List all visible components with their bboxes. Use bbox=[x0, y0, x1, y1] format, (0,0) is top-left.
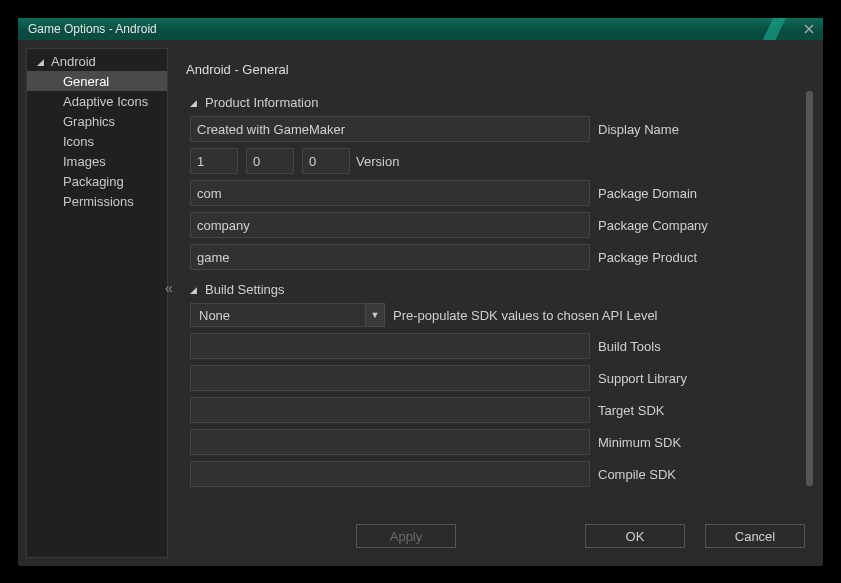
sidebar-item-general[interactable]: General bbox=[27, 71, 167, 91]
compile-sdk-label: Compile SDK bbox=[598, 467, 795, 482]
sidebar: ◢ Android General Adaptive Icons Graphic… bbox=[26, 48, 168, 558]
cancel-button[interactable]: Cancel bbox=[705, 524, 805, 548]
display-name-label: Display Name bbox=[598, 122, 795, 137]
sdk-preset-label: Pre-populate SDK values to chosen API Le… bbox=[393, 308, 795, 323]
row-minimum-sdk: Minimum SDK bbox=[190, 429, 795, 455]
disclosure-triangle-icon: ◢ bbox=[190, 98, 202, 108]
sidebar-collapse-handle[interactable]: « bbox=[165, 280, 173, 296]
section-header-build-settings[interactable]: ◢ Build Settings bbox=[190, 282, 795, 297]
sdk-preset-select[interactable]: None ▼ bbox=[190, 303, 385, 327]
support-library-label: Support Library bbox=[598, 371, 795, 386]
row-package-product: Package Product bbox=[190, 244, 795, 270]
build-tools-input[interactable] bbox=[190, 333, 590, 359]
package-product-input[interactable] bbox=[190, 244, 590, 270]
display-name-input[interactable] bbox=[190, 116, 590, 142]
version-minor-input[interactable] bbox=[246, 148, 294, 174]
titlebar-decor bbox=[745, 18, 805, 40]
row-build-tools: Build Tools bbox=[190, 333, 795, 359]
row-package-company: Package Company bbox=[190, 212, 795, 238]
sidebar-item-label: General bbox=[63, 74, 109, 89]
support-library-input[interactable] bbox=[190, 365, 590, 391]
titlebar[interactable]: Game Options - Android bbox=[18, 18, 823, 40]
close-icon bbox=[804, 24, 814, 34]
version-label: Version bbox=[356, 154, 795, 169]
sidebar-item-label: Images bbox=[63, 154, 106, 169]
sidebar-item-graphics[interactable]: Graphics bbox=[27, 111, 167, 131]
row-display-name: Display Name bbox=[190, 116, 795, 142]
sidebar-item-images[interactable]: Images bbox=[27, 151, 167, 171]
disclosure-triangle-icon: ◢ bbox=[190, 285, 202, 295]
package-product-label: Package Product bbox=[598, 250, 795, 265]
section-title: Product Information bbox=[205, 95, 318, 110]
scrollbar-vertical[interactable] bbox=[806, 91, 813, 486]
minimum-sdk-label: Minimum SDK bbox=[598, 435, 795, 450]
sidebar-root-android[interactable]: ◢ Android bbox=[27, 52, 167, 71]
version-major-input[interactable] bbox=[190, 148, 238, 174]
sdk-preset-value: None bbox=[190, 303, 365, 327]
minimum-sdk-input[interactable] bbox=[190, 429, 590, 455]
package-company-input[interactable] bbox=[190, 212, 590, 238]
footer-spacer bbox=[476, 524, 565, 548]
sidebar-item-packaging[interactable]: Packaging bbox=[27, 171, 167, 191]
close-button[interactable] bbox=[801, 21, 817, 37]
sidebar-item-label: Graphics bbox=[63, 114, 115, 129]
disclosure-triangle-icon: ◢ bbox=[37, 57, 47, 67]
section-title: Build Settings bbox=[205, 282, 285, 297]
build-tools-label: Build Tools bbox=[598, 339, 795, 354]
row-compile-sdk: Compile SDK bbox=[190, 461, 795, 487]
main-panel: Android - General ◢ Product Information … bbox=[174, 48, 815, 558]
row-support-library: Support Library bbox=[190, 365, 795, 391]
section-header-product-info[interactable]: ◢ Product Information bbox=[190, 95, 795, 110]
row-target-sdk: Target SDK bbox=[190, 397, 795, 423]
sidebar-item-icons[interactable]: Icons bbox=[27, 131, 167, 151]
dialog-footer: Apply OK Cancel bbox=[174, 516, 815, 558]
version-patch-input[interactable] bbox=[302, 148, 350, 174]
compile-sdk-input[interactable] bbox=[190, 461, 590, 487]
package-company-label: Package Company bbox=[598, 218, 795, 233]
settings-scroll-area: ◢ Product Information Display Name Versi… bbox=[174, 87, 815, 516]
sidebar-item-label: Packaging bbox=[63, 174, 124, 189]
window-title: Game Options - Android bbox=[28, 22, 157, 36]
sidebar-item-label: Permissions bbox=[63, 194, 134, 209]
sidebar-item-adaptive-icons[interactable]: Adaptive Icons bbox=[27, 91, 167, 111]
package-domain-input[interactable] bbox=[190, 180, 590, 206]
package-domain-label: Package Domain bbox=[598, 186, 795, 201]
row-sdk-preset: None ▼ Pre-populate SDK values to chosen… bbox=[190, 303, 795, 327]
target-sdk-label: Target SDK bbox=[598, 403, 795, 418]
apply-button[interactable]: Apply bbox=[356, 524, 456, 548]
sidebar-item-permissions[interactable]: Permissions bbox=[27, 191, 167, 211]
sidebar-root-label: Android bbox=[51, 54, 96, 69]
sidebar-item-label: Adaptive Icons bbox=[63, 94, 148, 109]
sidebar-item-label: Icons bbox=[63, 134, 94, 149]
page-title: Android - General bbox=[174, 48, 815, 87]
chevron-down-icon[interactable]: ▼ bbox=[365, 303, 385, 327]
row-version: Version bbox=[190, 148, 795, 174]
dialog-body: ◢ Android General Adaptive Icons Graphic… bbox=[18, 40, 823, 566]
dialog-window: Game Options - Android ◢ Android General… bbox=[18, 18, 823, 566]
ok-button[interactable]: OK bbox=[585, 524, 685, 548]
target-sdk-input[interactable] bbox=[190, 397, 590, 423]
row-package-domain: Package Domain bbox=[190, 180, 795, 206]
